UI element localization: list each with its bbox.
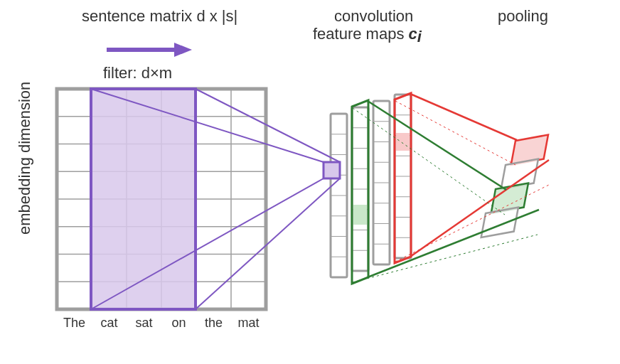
title-conv-line2: feature maps ci [313,25,422,46]
title-pooling: pooling [498,7,548,25]
svg-rect-60 [353,205,367,225]
filter-arrow [107,43,192,57]
feature-map-1 [352,107,368,271]
token-2: sat [135,316,152,330]
svg-line-57 [395,101,515,165]
token-labels: Thecatsatonthemat [63,316,260,330]
svg-line-62 [368,210,539,277]
token-5: mat [237,316,259,330]
svg-line-55 [410,94,517,140]
title-conv-line1: convolution [334,7,413,25]
pool-cell-3 [481,208,518,237]
svg-rect-54 [396,133,410,151]
y-axis-label: embedding dimension [16,82,33,235]
svg-line-58 [395,185,549,262]
pooling-stack [481,135,548,237]
svg-rect-15 [91,89,196,309]
token-1: cat [100,316,117,330]
feature-map-2 [373,101,390,264]
feature-map-0 [331,114,347,277]
token-3: on [171,316,186,330]
filter-window [91,89,196,309]
title-matrix: sentence matrix d x |s| [82,7,237,25]
token-0: The [63,316,85,330]
svg-marker-1 [174,43,192,57]
filter-label: filter: d×m [103,64,172,82]
token-4: the [205,316,223,330]
svg-line-56 [410,160,549,257]
svg-rect-52 [324,162,340,178]
